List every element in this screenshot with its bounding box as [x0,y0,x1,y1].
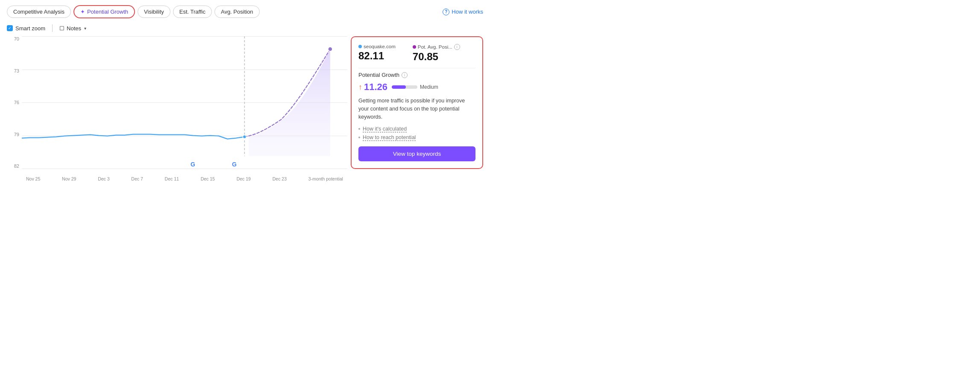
chart-container: 70 73 76 79 82 [7,36,483,181]
pot-avg-value: 70.85 [413,51,460,63]
panel-divider [358,68,475,68]
x-label-nov29: Nov 29 [62,176,76,181]
x-axis: Nov 25 Nov 29 Dec 3 Dec 7 Dec 11 Dec 15 … [22,176,347,181]
x-label-dec7: Dec 7 [131,176,143,181]
panel-header: seoquake.com 82.11 Pot. Avg. Posi... i 7… [358,44,475,63]
progress-bar [392,85,417,89]
how-calculated-link[interactable]: How it's calculated [363,126,407,132]
smart-zoom-toggle[interactable]: ✓ Smart zoom [7,25,45,32]
tab-est-traffic[interactable]: Est. Traffic [173,6,212,18]
purple-dot [413,45,416,49]
tabs-left: Competitive Analysis ✦ Potential Growth … [7,5,260,18]
chevron-down-icon: ▾ [84,26,86,31]
svg-point-1 [328,47,332,51]
how-to-reach-item: How to reach potential [358,134,475,140]
notes-button[interactable]: ☐ Notes ▾ [59,25,86,32]
tab-competitive-analysis[interactable]: Competitive Analysis [7,6,71,18]
chart-svg [22,36,347,156]
x-label-dec15: Dec 15 [201,176,215,181]
chart-area: 70 73 76 79 82 [7,36,347,181]
toolbar-divider [52,24,53,32]
links-section: How it's calculated How to reach potenti… [358,126,475,140]
google-icon-1: G [191,161,195,168]
growth-value: 11.26 [364,82,387,93]
svg-point-2 [243,135,246,139]
progress-bar-container: Medium [392,84,438,90]
tab-avg-position[interactable]: Avg. Position [214,6,260,18]
growth-level: Medium [420,84,438,90]
main-container: Competitive Analysis ✦ Potential Growth … [0,0,490,184]
how-it-works-button[interactable]: ? How it works [443,9,483,15]
potential-growth-title: Potential Growth i [358,72,475,78]
bullet-icon-1 [358,128,360,130]
x-label-dec23: Dec 23 [273,176,287,181]
how-to-reach-link[interactable]: How to reach potential [363,134,416,140]
pot-avg-label: Pot. Avg. Posi... i [413,44,460,50]
x-label-dec19: Dec 19 [237,176,251,181]
bullet-icon-2 [358,137,360,138]
tabs-row: Competitive Analysis ✦ Potential Growth … [7,5,483,18]
grid-line-5 [22,169,347,169]
tab-potential-growth[interactable]: ✦ Potential Growth [73,5,135,18]
growth-description: Getting more traffic is possible if you … [358,97,475,121]
question-icon: ? [443,9,449,15]
y-label-73: 73 [7,68,22,73]
y-label-82: 82 [7,163,22,169]
pot-avg-col: Pot. Avg. Posi... i 70.85 [413,44,460,63]
view-keywords-button[interactable]: View top keywords [358,146,475,161]
growth-info-icon[interactable]: i [402,72,408,78]
growth-row: ↑ 11.26 Medium [358,82,475,93]
y-axis: 70 73 76 79 82 [7,36,22,169]
toolbar-row: ✓ Smart zoom ☐ Notes ▾ [7,24,483,32]
tab-visibility[interactable]: Visibility [138,6,170,18]
seoquake-col: seoquake.com 82.11 [358,44,396,63]
x-label-dec3: Dec 3 [98,176,109,181]
y-label-70: 70 [7,36,22,41]
up-arrow-icon: ↑ [358,83,362,92]
x-label-nov25: Nov 25 [26,176,40,181]
sparkle-icon: ✦ [80,9,85,15]
info-panel: seoquake.com 82.11 Pot. Avg. Posi... i 7… [351,36,483,169]
progress-fill [392,85,406,89]
y-label-76: 76 [7,100,22,105]
y-label-79: 79 [7,132,22,137]
pot-avg-info-icon[interactable]: i [454,44,460,50]
smart-zoom-checkbox[interactable]: ✓ [7,25,13,31]
blue-dot [358,45,362,48]
notes-icon: ☐ [59,25,65,32]
how-calculated-item: How it's calculated [358,126,475,132]
x-label-dec11: Dec 11 [165,176,179,181]
google-icon-2: G [232,161,237,168]
x-label-3month: 3-month potential [308,176,343,181]
seoquake-value: 82.11 [358,50,396,62]
seoquake-label: seoquake.com [358,44,396,49]
